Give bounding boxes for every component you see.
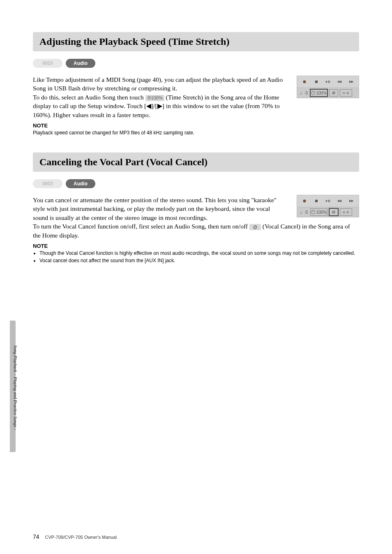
song-info-row-2: ♩ 0 100% A B [297,207,359,217]
pitch-value: 0 [304,90,309,96]
song-area-panel-vocal-cancel: ♩ 0 100% A B [297,195,359,217]
manual-title: CVP-709/CVP-705 Owner's Manual [45,535,117,540]
ab-repeat-button[interactable]: A B [340,208,352,216]
song-info-row: ♩ 0 100% A B [297,88,359,98]
note-icon: ♩ [299,209,303,215]
page: Adjusting the Playback Speed (Time Stret… [0,0,392,554]
svg-marker-9 [337,81,339,83]
tag-audio-2: Audio [66,179,95,188]
svg-marker-6 [326,81,327,83]
record-icon[interactable] [302,80,307,84]
fast-forward-icon[interactable] [349,199,353,203]
svg-marker-10 [339,81,341,83]
body-text-vocal-cancel-2: To turn the Vocal Cancel function on/off… [33,222,353,240]
side-chapter-label: Song Playback – Playing and Practice Son… [13,345,18,430]
svg-point-15 [303,200,306,203]
stop-icon[interactable] [314,80,318,84]
pitch-value: 0 [304,209,309,215]
tag-midi: MIDI [33,59,62,68]
time-stretch-value: 100% [316,91,327,95]
play-pause-icon[interactable] [326,80,330,84]
note-li-1: Though the Vocal Cancel function is high… [39,250,359,256]
body-text-vocal-cancel: You can cancel or attenuate the center p… [33,196,284,222]
para-2a: To do this, select an Audio Song then to… [33,94,145,101]
page-number: 74 [33,533,39,540]
tags-row-2: MIDI Audio [33,179,359,188]
svg-marker-17 [326,200,327,202]
body-text-time-stretch: Like Tempo adjustment of a MIDI Song (pa… [33,75,284,119]
svg-marker-21 [339,200,341,203]
vc-para-2a: To turn the Vocal Cancel function on/off… [33,223,249,230]
play-pause-icon[interactable] [326,199,330,203]
transport-row-2 [297,195,359,207]
song-area-panel-time-stretch: ♩ 0 100% A B [297,76,359,98]
note-heading-1: NOTE [33,122,359,129]
svg-marker-11 [349,81,351,83]
para-1: Like Tempo adjustment of a MIDI Song (pa… [33,76,283,92]
vocal-cancel-icon [249,224,261,230]
note-heading-2: NOTE [33,243,359,249]
svg-rect-7 [328,81,329,83]
svg-rect-19 [330,200,330,202]
rewind-icon[interactable] [337,80,341,84]
fast-forward-icon[interactable] [349,80,353,84]
tag-midi-2: MIDI [33,179,62,188]
svg-marker-20 [337,200,339,203]
tags-row: MIDI Audio [33,59,359,68]
clock-icon [311,91,315,95]
record-icon[interactable] [302,199,307,203]
time-stretch-button[interactable]: 100% [310,89,327,97]
svg-line-3 [254,226,256,229]
svg-marker-12 [351,81,353,83]
svg-marker-22 [349,200,351,203]
clock-icon [311,210,315,214]
svg-rect-8 [330,81,330,83]
note-body-1: Playback speed cannot be changed for MP3… [33,129,359,136]
section-heading-time-stretch: Adjusting the Playback Speed (Time Stret… [33,32,359,51]
vocal-cancel-button[interactable] [329,89,338,97]
rewind-icon[interactable] [337,199,341,203]
transport-row [297,76,359,88]
svg-point-4 [303,81,306,83]
svg-rect-18 [328,200,329,202]
time-stretch-icon: 100% [145,95,164,101]
svg-rect-5 [315,81,318,83]
time-stretch-value: 100% [316,210,327,215]
time-stretch-icon-label: 100% [151,95,163,101]
svg-rect-16 [315,200,318,202]
svg-marker-23 [351,200,353,203]
section-heading-vocal-cancel: Canceling the Vocal Part (Vocal Cancel) [33,152,359,172]
vc-para-1: You can cancel or attenuate the center p… [33,196,277,221]
vocal-cancel-button[interactable] [329,208,338,216]
note-list-2: Though the Vocal Cancel function is high… [33,250,359,264]
time-stretch-button[interactable]: 100% [310,208,327,216]
note-icon: ♩ [299,90,303,96]
page-footer: 74 CVP-709/CVP-705 Owner's Manual [33,533,117,540]
note-li-2: Vocal cancel does not affect the sound f… [39,257,359,264]
stop-icon[interactable] [314,199,318,203]
tag-audio: Audio [66,59,95,68]
ab-repeat-button[interactable]: A B [340,89,352,97]
